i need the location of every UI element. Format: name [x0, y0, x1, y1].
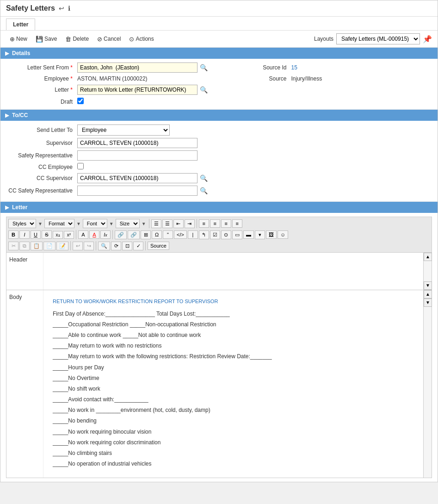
unlink-btn[interactable]: 🔗: [128, 230, 140, 239]
copy-btn[interactable]: ⧉: [19, 242, 30, 250]
header-scroll-down[interactable]: ▼: [424, 281, 432, 290]
select-all-btn[interactable]: ⊡: [122, 242, 132, 250]
safety-rep-input[interactable]: [77, 150, 197, 161]
increase-indent-btn[interactable]: ⇥: [185, 219, 195, 228]
pin-button[interactable]: 📌: [423, 35, 432, 44]
body-scroll-down[interactable]: ▼: [424, 299, 432, 307]
paste-word-btn[interactable]: 📝: [56, 242, 68, 250]
cc-supervisor-input[interactable]: [77, 173, 197, 183]
send-letter-to-label: Send Letter To: [6, 127, 75, 133]
body-line10: _____No work in ________environment (hot…: [53, 406, 414, 415]
special-char-btn[interactable]: Ω: [152, 230, 162, 239]
align-center-btn[interactable]: ≡: [210, 219, 220, 228]
textarea-btn[interactable]: ▬: [243, 230, 254, 239]
redo-editor-btn[interactable]: ↪: [84, 242, 94, 250]
details-toggle[interactable]: ▶: [5, 50, 9, 56]
rtl-btn[interactable]: ↰: [199, 230, 209, 239]
align-left-btn[interactable]: ≡: [199, 219, 209, 228]
body-line4: _____May return to work with no restrict…: [53, 342, 414, 350]
cc-supervisor-label: CC Supervisor: [6, 175, 75, 181]
header-editor[interactable]: [43, 253, 423, 290]
letter-input[interactable]: [77, 85, 197, 95]
strikethrough-button[interactable]: S: [42, 230, 52, 239]
undo-icon[interactable]: ↩: [59, 5, 64, 12]
cut-btn[interactable]: ✂: [8, 242, 19, 250]
layouts-select[interactable]: Safety Letters (ML-000915): [336, 33, 420, 44]
spell-check-btn[interactable]: ✓: [133, 242, 143, 250]
image-btn[interactable]: 🖼: [266, 230, 277, 239]
italic-button[interactable]: I: [19, 230, 30, 239]
cc-safety-rep-search[interactable]: 🔍: [199, 186, 209, 195]
body-line3: _____Able to continue work _____Not able…: [53, 331, 414, 340]
tocc-toggle[interactable]: ▶: [5, 112, 9, 118]
table-btn[interactable]: ⊞: [141, 230, 151, 239]
sep4: [112, 230, 113, 239]
actions-button[interactable]: ⊙ Actions: [125, 34, 157, 44]
cc-employee-checkbox[interactable]: [77, 163, 84, 169]
editor-container: Styles ▼ Format ▼ Font ▼ Size ▼: [0, 213, 438, 482]
format-select[interactable]: Format: [44, 219, 74, 228]
source-label: Source: [220, 75, 290, 82]
letter-sent-from-input[interactable]: [77, 62, 197, 73]
sep2: [197, 219, 197, 228]
draft-label: Draft: [6, 99, 75, 105]
cc-safety-rep-input[interactable]: [77, 186, 197, 196]
ordered-list-btn[interactable]: ☰: [151, 219, 161, 228]
font-select[interactable]: Font: [83, 219, 107, 228]
body-editor[interactable]: RETURN TO WORK/WORK RESTRICTION REPORT T…: [43, 290, 423, 478]
underline-button[interactable]: U: [31, 230, 41, 239]
radio-form-btn[interactable]: ⊙: [221, 230, 231, 239]
send-letter-to-select[interactable]: Employee: [77, 124, 170, 136]
draft-checkbox[interactable]: [77, 98, 84, 104]
styles-select[interactable]: Styles: [8, 219, 36, 228]
paste-btn[interactable]: 📋: [31, 242, 43, 250]
checkbox-form-btn[interactable]: ☑: [210, 230, 220, 239]
letter-sent-from-field: 🔍: [77, 62, 218, 73]
decrease-indent-btn[interactable]: ⇤: [173, 219, 184, 228]
find-btn[interactable]: 🔍: [98, 242, 110, 250]
align-right-btn[interactable]: ≡: [221, 219, 231, 228]
align-justify-btn[interactable]: ≡: [232, 219, 242, 228]
toolbar-row-1: Styles ▼ Format ▼ Font ▼ Size ▼: [8, 219, 430, 228]
select-form-btn[interactable]: ▾: [255, 230, 265, 239]
bold-button[interactable]: B: [8, 230, 19, 239]
letter-search[interactable]: 🔍: [199, 85, 209, 94]
font-color-btn[interactable]: A: [78, 230, 88, 239]
delete-button[interactable]: 🗑 Delete: [62, 34, 93, 44]
clear-format-btn[interactable]: Ix: [100, 230, 111, 239]
link-btn[interactable]: 🔗: [115, 230, 127, 239]
size-select[interactable]: Size: [116, 219, 140, 228]
header-area: Header ▲ ▼: [6, 253, 432, 290]
body-label: Body: [6, 290, 43, 478]
info-icon[interactable]: ℹ: [68, 5, 70, 12]
header-scroll-up[interactable]: ▲: [424, 253, 432, 261]
actions-icon: ⊙: [129, 36, 134, 43]
page-break-btn[interactable]: |: [188, 230, 198, 239]
cancel-button[interactable]: ⊘ Cancel: [93, 34, 124, 44]
undo-editor-btn[interactable]: ↩: [73, 242, 83, 250]
letter-toggle[interactable]: ▶: [5, 204, 9, 211]
supervisor-input[interactable]: [77, 138, 197, 148]
superscript-button[interactable]: x²: [64, 231, 74, 239]
blockquote-btn[interactable]: ": [163, 230, 173, 239]
tab-bar: Letter: [0, 17, 438, 31]
layouts-label: Layouts: [314, 36, 333, 42]
paste-text-btn[interactable]: 📄: [43, 242, 56, 250]
save-button[interactable]: 💾 Save: [32, 34, 61, 44]
new-button[interactable]: ⊕ New: [6, 34, 31, 44]
source-id-value[interactable]: 15: [291, 64, 432, 71]
smiley-btn[interactable]: ☺: [278, 230, 288, 239]
bg-color-btn[interactable]: A: [89, 230, 99, 239]
cc-supervisor-search[interactable]: 🔍: [199, 174, 209, 183]
tab-letter[interactable]: Letter: [6, 19, 35, 30]
text-field-btn[interactable]: ▭: [232, 230, 242, 239]
subscript-button[interactable]: x₂: [53, 231, 63, 239]
safety-rep-field: [77, 150, 432, 161]
replace-btn[interactable]: ⟳: [111, 242, 121, 250]
body-scroll-up[interactable]: ▲: [424, 290, 432, 299]
letter-sent-from-search[interactable]: 🔍: [199, 63, 209, 72]
code-btn[interactable]: </>: [174, 230, 187, 239]
draft-checkbox-area: [77, 98, 218, 106]
source-btn[interactable]: Source: [148, 242, 169, 250]
unordered-list-btn[interactable]: ☰: [162, 219, 173, 228]
